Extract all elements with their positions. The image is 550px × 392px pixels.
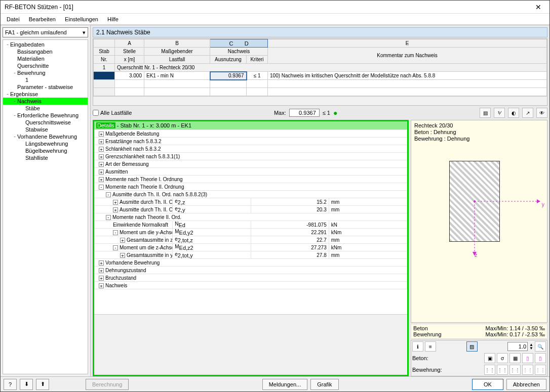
tree-item[interactable]: - Bewehrung	[3, 69, 88, 76]
details-row[interactable]: Einwirkende NormalkraftNEd-981.075kN	[95, 221, 407, 229]
toolbar-ico-3[interactable]: ◐	[508, 108, 519, 118]
tree-item[interactable]: 1	[3, 76, 88, 83]
grafik-button[interactable]: Grafik	[310, 379, 338, 390]
bew-ico-4[interactable]: ⋮⋮	[522, 365, 533, 375]
details-row[interactable]: +Bruchzustand	[95, 274, 407, 282]
toolbar-ico-1[interactable]: ▤	[480, 108, 491, 118]
toolbar-ico-5[interactable]: 👁	[536, 108, 547, 118]
max-criteria: ≤ 1	[323, 110, 330, 116]
toolbar-ico-2[interactable]: ⅟	[494, 108, 505, 118]
details-row[interactable]: -Moment um die y-AchseMEd,y222.291kNm	[95, 229, 407, 236]
details-row[interactable]: +Ersatzlänge nach 5.8.3.2	[95, 138, 407, 145]
spin-buttons[interactable]: ▲▼	[529, 343, 533, 350]
tree-item[interactable]: - Ergebnisse	[3, 91, 88, 98]
row-selector[interactable]	[94, 72, 115, 80]
max-label: Max:	[274, 110, 286, 116]
zoom-button[interactable]: 🔍	[535, 341, 546, 352]
nav-tree[interactable]: - Eingabedaten Basisangaben Materialien …	[3, 39, 88, 374]
chevron-down-icon: ▾	[83, 29, 86, 36]
details-row[interactable]: -Ausmitte durch Th. II. Ord. nach 5.8.8.…	[95, 191, 407, 198]
tree-item[interactable]: Materialien	[3, 55, 88, 62]
tree-item[interactable]: Stahlliste	[3, 154, 88, 161]
details-row[interactable]: +Ausmitte durch Th. II. Ord. in y-Richtu…	[95, 206, 407, 213]
help-button[interactable]: ?	[4, 379, 17, 390]
scale-input[interactable]	[507, 342, 528, 351]
menu-datei[interactable]: Datei	[4, 15, 23, 23]
tree-item[interactable]: - Erforderliche Bewehrung	[3, 112, 88, 119]
beton-ico-2[interactable]: σ	[497, 353, 508, 363]
import-button[interactable]: ⬆	[36, 379, 49, 390]
bew-ico-2[interactable]: ⋮⋮	[497, 365, 508, 375]
tree-item[interactable]: - Eingabedaten	[3, 41, 88, 48]
bewehrung-maxmin: Max/Min: 0.17 / -2.53 ‰	[486, 331, 545, 337]
bew-ico-5[interactable]: ⋮⋮	[535, 365, 546, 375]
tree-item[interactable]: - Vorhandene Bewehrung	[3, 133, 88, 140]
details-row[interactable]: -Moment um die z-AchseMEd,z227.273kNm	[95, 244, 407, 251]
details-row[interactable]: +Schlankheit nach 5.8.3.2	[95, 145, 407, 153]
tree-item[interactable]: Stabwise	[3, 126, 88, 133]
beton-ico-3[interactable]: ▦	[509, 353, 521, 363]
details-row[interactable]: +Art der Bemessung	[95, 160, 407, 168]
berechnung-button[interactable]: Berechnung	[86, 379, 129, 390]
z-axis-label: z	[475, 252, 478, 258]
beton-ico-4[interactable]: ▯	[522, 353, 533, 363]
ausnutzung-cell[interactable]: 0.9367	[210, 72, 247, 80]
details-row[interactable]: +Ausmitten	[95, 168, 407, 176]
hatch-button[interactable]: ▨	[466, 341, 478, 352]
details-header: Details - Stab Nr. 1 - x: 3.000 m - EK1	[94, 121, 407, 129]
max-value: 0.9367	[289, 109, 320, 117]
col-e: E	[268, 39, 547, 48]
close-icon[interactable]: ✕	[531, 2, 545, 12]
window-title: RF-BETON Stützen - [01]	[5, 4, 531, 11]
details-row[interactable]: +Gesamtausmitte in z-Richtunge2,tot,z22.…	[95, 236, 407, 244]
tree-item[interactable]: - Nachweis	[3, 98, 88, 105]
beton-ico-5[interactable]: ▯	[535, 353, 546, 363]
beton-ico-1[interactable]: ▣	[484, 353, 495, 363]
details-row[interactable]: -Momente nach Theorie II. Ord.	[95, 213, 407, 221]
menu-bearbeiten[interactable]: Bearbeiten	[26, 15, 59, 23]
details-row[interactable]: +Ausmitte durch Th. II. Ord. in z-Richtu…	[95, 198, 407, 206]
table-group-row[interactable]: 1 Querschnitt Nr. 1 - Rechteck 20/30	[94, 64, 547, 72]
bew-row-label: Bewehrung:	[412, 367, 443, 373]
tree-item[interactable]: Querschnittsweise	[3, 119, 88, 126]
details-row[interactable]: +Momente nach Theorie I. Ordnung	[95, 176, 407, 183]
y-axis-label: y	[542, 201, 545, 207]
details-row[interactable]: +Dehnungszustand	[95, 267, 407, 274]
tree-item[interactable]: Bügelbewehrung	[3, 147, 88, 154]
meldungen-button[interactable]: Meldungen...	[262, 379, 308, 390]
ok-button[interactable]: OK	[472, 379, 503, 390]
info-button[interactable]: ℹ	[412, 341, 423, 352]
toolbar-ico-4[interactable]: ↗	[522, 108, 533, 118]
beton-maxmin: Max/Min: 1.14 / -3.50 ‰	[486, 325, 545, 331]
bew-ico-3[interactable]: ⋮⋮	[509, 365, 521, 375]
table-row[interactable]: 3.000 EK1 - min N 0.9367 ≤ 1 100) Nachwe…	[94, 72, 547, 80]
menu-einstellungen[interactable]: Einstellungen	[62, 15, 101, 23]
bew-ico-1[interactable]: ⋮⋮	[484, 365, 495, 375]
results-grid[interactable]: A B C D E Stab Stelle Maßgebender Nachwe…	[93, 38, 547, 106]
check-ok-icon: ●	[333, 109, 337, 117]
details-row[interactable]: +Maßgebende Belastung	[95, 130, 407, 138]
export-button[interactable]: ⬇	[20, 379, 33, 390]
details-row[interactable]: +Vorhandene Bewehrung	[95, 259, 407, 267]
tree-item[interactable]: Parameter - stabweise	[3, 83, 88, 91]
tree-item[interactable]: Basisangaben	[3, 48, 88, 55]
menu-bar: Datei Bearbeiten Einstellungen Hilfe	[1, 14, 549, 25]
col-a: A	[115, 39, 144, 48]
details-panel: Details - Stab Nr. 1 - x: 3.000 m - EK1 …	[93, 120, 409, 376]
all-loadcases-checkbox[interactable]: Alle Lastfälle	[93, 110, 132, 116]
abbrechen-button[interactable]: Abbrechen	[506, 379, 546, 390]
menu-hilfe[interactable]: Hilfe	[104, 15, 122, 23]
details-row[interactable]: +Gesamtausmitte in y-Richtunge2,tot,y27.…	[95, 251, 407, 259]
tree-item[interactable]: Stäbe	[3, 105, 88, 112]
svg-point-4	[474, 200, 476, 202]
svg-marker-1	[537, 199, 540, 203]
dim-button[interactable]: ≡	[425, 341, 436, 352]
tree-item[interactable]: Querschnitte	[3, 62, 88, 69]
cross-section-diagram[interactable]: Rechteck 20/30 Beton : Dehnung Bewehrung…	[411, 120, 547, 323]
details-row[interactable]: +Nachweis	[95, 282, 407, 289]
case-selector[interactable]: FA1 - gleichm umlaufend ▾	[3, 27, 88, 37]
tree-item[interactable]: Längsbewehrung	[3, 140, 88, 147]
details-row[interactable]: +Grenzschlankheit nach 5.8.3.1(1)	[95, 153, 407, 160]
case-selector-label: FA1 - gleichm umlaufend	[5, 29, 67, 35]
details-row[interactable]: -Momente nach Theorie II. Ordnung	[95, 183, 407, 191]
